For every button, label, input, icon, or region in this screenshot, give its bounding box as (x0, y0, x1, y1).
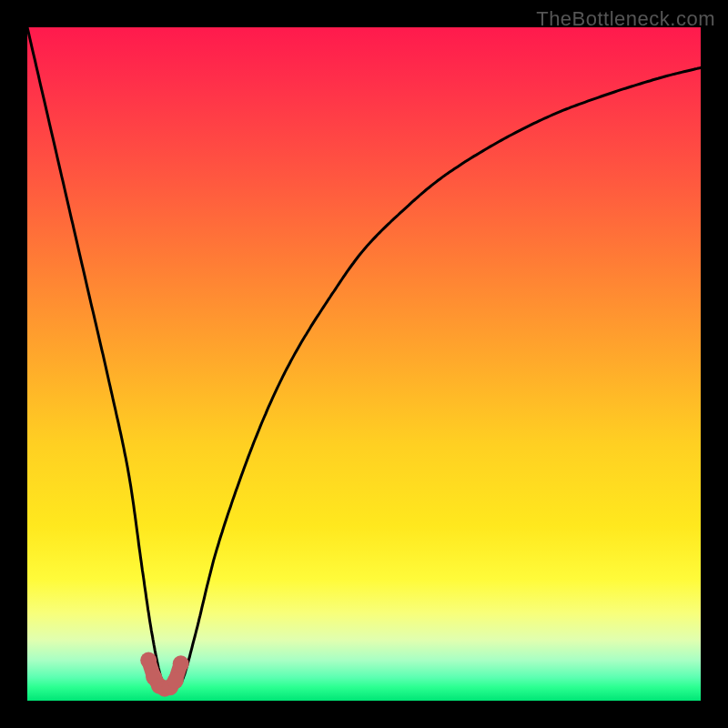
trough-marker (140, 652, 189, 697)
plot-area (27, 27, 701, 701)
curve-path (27, 27, 701, 688)
trough-dot (167, 672, 184, 689)
watermark-label: TheBottleneck.com (536, 7, 715, 31)
curve-line (27, 27, 701, 688)
chart-frame: TheBottleneck.com (0, 0, 728, 728)
trough-dot (140, 652, 157, 669)
trough-dot (173, 655, 189, 672)
curve-svg (27, 27, 701, 701)
